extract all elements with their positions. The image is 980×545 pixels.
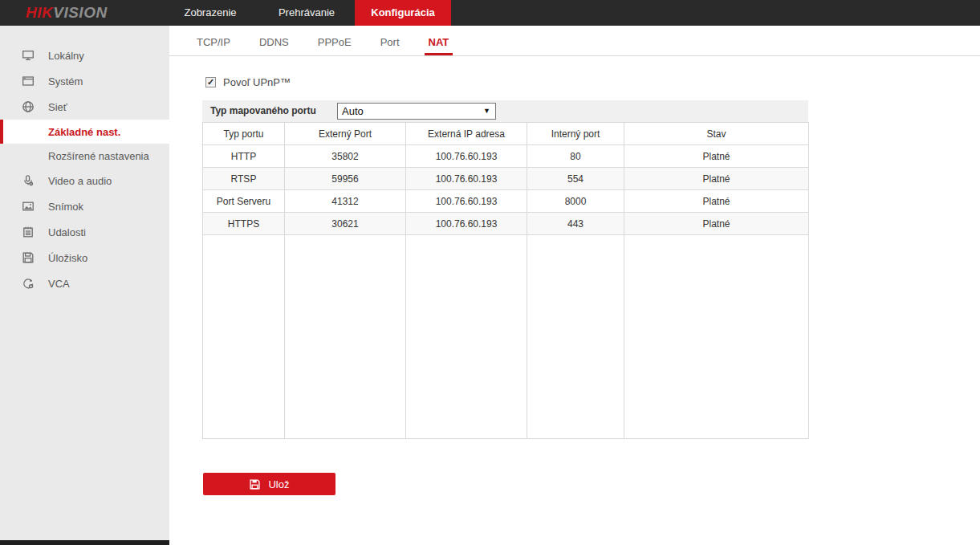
tab-port[interactable]: Port xyxy=(376,36,404,55)
cell-internal-port: 8000 xyxy=(527,190,624,213)
sidebar-item-vca[interactable]: VCA xyxy=(0,270,169,296)
table-row-rtsp: RTSP 59956 100.76.60.193 554 Platné xyxy=(203,168,809,190)
sidebar-item-label: Sieť xyxy=(48,101,67,113)
sidebar-item-network[interactable]: Sieť xyxy=(0,94,169,120)
dropdown-arrow-icon: ▼ xyxy=(483,108,490,115)
settings-tab-bar: TCP/IP DDNS PPPoE Port NAT xyxy=(169,26,980,56)
top-bar: HIKVISION Zobrazenie Prehrávanie Konfigu… xyxy=(0,0,980,26)
main-content: TCP/IP DDNS PPPoE Port NAT ✓ Povoľ UPnP™… xyxy=(169,26,980,545)
port-mapping-selected-value: Auto xyxy=(342,105,364,117)
cell-status: Platné xyxy=(624,145,809,168)
cell-external-ip: 100.76.60.193 xyxy=(406,145,527,168)
top-navigation: Zobrazenie Prehrávanie Konfigurácia xyxy=(162,0,451,26)
col-header-port-type: Typ portu xyxy=(203,123,285,145)
cell-external-port: 35802 xyxy=(285,145,406,168)
cell-external-ip: 100.76.60.193 xyxy=(406,168,527,190)
nav-item-configuration[interactable]: Konfigurácia xyxy=(355,0,451,26)
cell-external-port: 41312 xyxy=(285,190,406,213)
col-header-status: Stav xyxy=(624,123,809,145)
check-icon: ✓ xyxy=(207,78,214,87)
tab-pppoe[interactable]: PPPoE xyxy=(314,36,356,55)
sidebar-item-system[interactable]: Systém xyxy=(0,68,169,94)
cell-internal-port: 554 xyxy=(527,168,624,190)
save-icon xyxy=(249,478,261,490)
nav-item-playback[interactable]: Prehrávanie xyxy=(258,0,355,26)
table-row-http: HTTP 35802 100.76.60.193 80 Platné xyxy=(203,145,809,168)
cell-internal-port: 443 xyxy=(527,213,624,235)
tab-nat[interactable]: NAT xyxy=(425,36,453,55)
image-icon xyxy=(22,200,35,213)
port-mapping-select[interactable]: Auto ▼ xyxy=(337,103,496,120)
port-mapping-label: Typ mapovaného portu xyxy=(210,100,316,122)
table-row-https: HTTPS 30621 100.76.60.193 443 Platné xyxy=(203,213,809,235)
nat-port-table: Typ portu Externý Port Externá IP adresa… xyxy=(202,122,809,439)
sidebar-item-label: Udalosti xyxy=(48,226,86,238)
sidebar-item-label: Rozšírené nastavenia xyxy=(48,150,149,162)
cell-port-type: Port Serveru xyxy=(203,190,285,213)
port-mapping-bar: Typ mapovaného portu Auto ▼ xyxy=(202,100,808,122)
nav-item-live-view[interactable]: Zobrazenie xyxy=(162,0,258,26)
vca-icon xyxy=(22,277,35,290)
sidebar-item-label: Základné nast. xyxy=(48,126,120,138)
enable-upnp-row: ✓ Povoľ UPnP™ xyxy=(205,76,291,88)
cell-external-ip: 100.76.60.193 xyxy=(406,213,527,235)
sidebar-item-events[interactable]: Udalosti xyxy=(0,219,169,245)
enable-upnp-checkbox[interactable]: ✓ xyxy=(205,77,216,87)
enable-upnp-label: Povoľ UPnP™ xyxy=(223,76,291,88)
sidebar-item-label: Systém xyxy=(48,75,83,87)
save-button-label: Ulož xyxy=(268,478,289,490)
storage-icon xyxy=(22,251,35,264)
cell-port-type: RTSP xyxy=(203,168,285,190)
table-row-server-port: Port Serveru 41312 100.76.60.193 8000 Pl… xyxy=(203,190,809,213)
display-icon xyxy=(22,49,35,62)
cell-port-type: HTTP xyxy=(203,145,285,168)
col-header-external-ip: Externá IP adresa xyxy=(406,123,527,145)
cell-internal-port: 80 xyxy=(527,145,624,168)
table-header-row: Typ portu Externý Port Externá IP adresa… xyxy=(203,123,809,145)
cell-external-ip: 100.76.60.193 xyxy=(406,190,527,213)
system-window-icon xyxy=(22,75,35,87)
cell-status: Platné xyxy=(624,190,809,213)
hikvision-logo: HIKVISION xyxy=(26,0,108,26)
sidebar-item-storage[interactable]: Úložisko xyxy=(0,245,169,270)
network-globe-icon xyxy=(22,100,35,113)
col-header-internal-port: Interný port xyxy=(527,123,624,145)
sidebar-item-label: Snímok xyxy=(48,201,83,213)
cell-port-type: HTTPS xyxy=(203,213,285,235)
cell-external-port: 59956 xyxy=(285,168,406,190)
sidebar-item-basic-settings[interactable]: Základné nast. xyxy=(0,120,169,144)
sidebar-item-label: Video a audio xyxy=(48,175,112,187)
table-empty-area xyxy=(203,235,809,439)
tab-tcpip[interactable]: TCP/IP xyxy=(193,36,234,55)
events-icon xyxy=(22,226,35,238)
audio-video-icon xyxy=(22,174,35,187)
col-header-external-port: Externý Port xyxy=(285,123,406,145)
sidebar-item-snapshot[interactable]: Snímok xyxy=(0,193,169,219)
cell-status: Platné xyxy=(624,168,809,190)
cell-status: Platné xyxy=(624,213,809,235)
sidebar-item-video-audio[interactable]: Video a audio xyxy=(0,168,169,193)
sidebar-item-label: Úložisko xyxy=(48,252,87,264)
tab-ddns[interactable]: DDNS xyxy=(255,36,293,55)
logo-hik-text: HIK xyxy=(26,4,53,22)
sidebar: Lokálny Systém Sieť Základné nast. Rozší… xyxy=(0,26,169,540)
sidebar-item-label: Lokálny xyxy=(48,50,84,62)
sidebar-bottom-strip xyxy=(0,540,169,545)
sidebar-item-advanced-settings[interactable]: Rozšírené nastavenia xyxy=(0,144,169,168)
save-button[interactable]: Ulož xyxy=(203,473,335,495)
logo-vision-text: VISION xyxy=(53,4,107,22)
sidebar-item-label: VCA xyxy=(48,278,70,290)
sidebar-item-local[interactable]: Lokálny xyxy=(0,43,169,68)
cell-external-port: 30621 xyxy=(285,213,406,235)
